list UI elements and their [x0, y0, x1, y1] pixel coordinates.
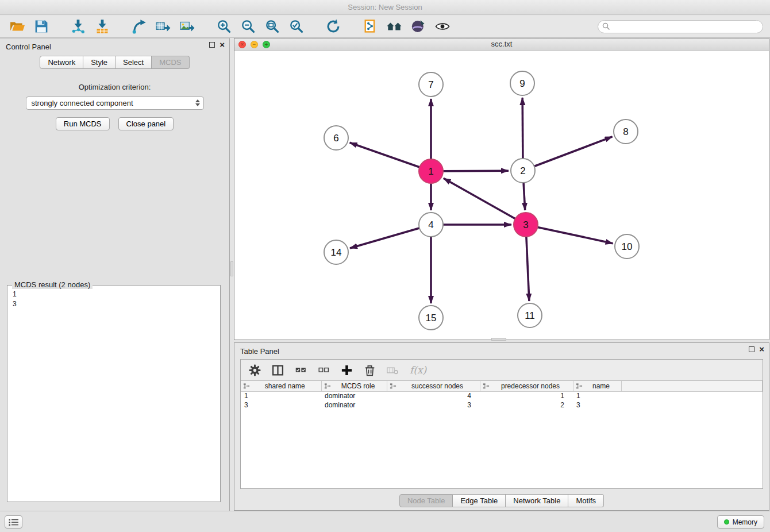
- criterion-dropdown[interactable]: strongly connected component: [26, 97, 204, 110]
- network-window-titlebar: × − + scc.txt: [234, 38, 769, 51]
- toolbar-separator: [116, 26, 125, 27]
- graph-edge-3-1[interactable]: [444, 178, 515, 218]
- column-header-MCDS-role[interactable]: MCDS role: [321, 381, 387, 391]
- gear-icon: [249, 364, 261, 376]
- refresh-layout-icon: [326, 19, 341, 34]
- graph-node-label: 8: [623, 126, 628, 137]
- mcds-result-title: MCDS result (2 nodes): [12, 280, 93, 289]
- zoom-out-button[interactable]: [238, 17, 259, 36]
- search-input[interactable]: [598, 20, 763, 33]
- tab-style[interactable]: Style: [83, 56, 116, 69]
- column-header-name[interactable]: name: [573, 381, 621, 391]
- graph-node-label: 4: [428, 219, 433, 230]
- copy-network-button[interactable]: [360, 17, 380, 36]
- table-cell-shared-name[interactable]: 1: [241, 391, 321, 400]
- select-all-button[interactable]: [295, 364, 307, 376]
- zoom-window-icon[interactable]: +: [263, 41, 270, 48]
- task-history-button[interactable]: [5, 515, 22, 529]
- tab-network[interactable]: Network: [40, 56, 83, 69]
- table-tab-edge-table[interactable]: Edge Table: [453, 494, 506, 507]
- home-icon: [387, 19, 402, 34]
- horizontal-splitter-handle[interactable]: [491, 338, 506, 341]
- table-cell-name[interactable]: 3: [573, 400, 621, 410]
- export-table-icon: [156, 19, 171, 34]
- column-layout-button[interactable]: [272, 364, 284, 376]
- control-panel-title: Control Panel: [6, 43, 51, 51]
- table-cell-MCDS-role[interactable]: dominator: [321, 391, 387, 400]
- table-cell-predecessor-nodes[interactable]: 1: [480, 391, 573, 400]
- graph-edge-2-3[interactable]: [523, 183, 525, 210]
- column-layout-icon: [272, 364, 284, 376]
- tab-select[interactable]: Select: [116, 56, 152, 69]
- table-tab-motifs[interactable]: Motifs: [568, 494, 604, 507]
- zoom-selected-button[interactable]: [286, 17, 307, 36]
- zoom-fit-button[interactable]: [262, 17, 283, 36]
- table-cell-shared-name[interactable]: 3: [241, 400, 321, 410]
- eye-icon: [435, 19, 450, 34]
- graph-node-label: 15: [426, 313, 437, 323]
- close-panel-button[interactable]: Close panel: [118, 117, 174, 130]
- float-table-panel-icon[interactable]: [749, 346, 754, 352]
- tab-mcds[interactable]: MCDS: [152, 56, 189, 69]
- close-window-icon[interactable]: ×: [238, 41, 246, 48]
- table-row[interactable]: 1dominator411: [241, 391, 763, 400]
- mcds-result-list: 13: [7, 286, 220, 313]
- eye-button[interactable]: [432, 17, 453, 36]
- node-table: shared nameMCDS rolesuccessor nodesprede…: [241, 381, 763, 410]
- vertical-splitter-handle[interactable]: [230, 261, 233, 276]
- table-cell-name[interactable]: 1: [573, 391, 621, 400]
- close-table-panel-icon[interactable]: ×: [759, 346, 764, 352]
- column-header-label: shared name: [265, 382, 305, 390]
- add-column-button[interactable]: [341, 364, 353, 376]
- memory-status-icon: [724, 519, 729, 525]
- graph-edge-1-2[interactable]: [443, 171, 509, 171]
- column-header-predecessor-nodes[interactable]: predecessor nodes: [480, 381, 573, 391]
- delete-column-button[interactable]: [387, 364, 399, 376]
- export-image-button[interactable]: [177, 17, 198, 36]
- graph-edge-4-14[interactable]: [350, 228, 419, 248]
- graph-node-label: 7: [428, 79, 433, 90]
- trash-button[interactable]: [364, 364, 376, 376]
- export-table-button[interactable]: [153, 17, 174, 36]
- mcds-result-line: 1: [13, 290, 215, 299]
- graph-edge-1-6[interactable]: [350, 142, 420, 167]
- main-toolbar-items: [7, 17, 453, 36]
- style-button[interactable]: [408, 17, 429, 36]
- run-mcds-button[interactable]: Run MCDS: [56, 117, 110, 130]
- save-session-button[interactable]: [31, 17, 52, 36]
- deselect-all-button[interactable]: [318, 364, 330, 376]
- import-network-icon: [71, 19, 86, 34]
- refresh-layout-button[interactable]: [323, 17, 344, 36]
- delete-column-icon: [387, 364, 399, 376]
- graph-edge-2-8[interactable]: [534, 137, 613, 167]
- gear-button[interactable]: [249, 364, 261, 376]
- home-button[interactable]: [384, 17, 405, 36]
- table-tab-node-table[interactable]: Node Table: [399, 494, 453, 507]
- float-panel-icon[interactable]: [209, 42, 215, 48]
- import-network-button[interactable]: [68, 17, 88, 36]
- column-header-successor-nodes[interactable]: successor nodes: [387, 381, 480, 391]
- table-cell-successor-nodes[interactable]: 4: [387, 391, 480, 400]
- export-image-icon: [180, 19, 195, 34]
- search-box: [598, 20, 763, 33]
- graph-node-label: 11: [525, 310, 535, 321]
- network-canvas[interactable]: 7968124310141511: [234, 51, 769, 340]
- open-session-button[interactable]: [7, 17, 28, 36]
- column-header-shared-name[interactable]: shared name: [241, 381, 321, 391]
- table-cell-successor-nodes[interactable]: 3: [387, 400, 480, 410]
- minimize-window-icon[interactable]: −: [251, 41, 258, 48]
- close-panel-icon[interactable]: ×: [220, 42, 225, 48]
- table-tab-network-table[interactable]: Network Table: [506, 494, 568, 507]
- memory-button[interactable]: Memory: [717, 515, 764, 529]
- import-table-button[interactable]: [92, 17, 113, 36]
- table-cell-predecessor-nodes[interactable]: 2: [480, 400, 573, 410]
- graph-edge-3-10[interactable]: [538, 227, 613, 243]
- graph-edge-3-11[interactable]: [526, 237, 529, 301]
- zoom-in-button[interactable]: [214, 17, 234, 36]
- table-row[interactable]: 3dominator323: [241, 400, 763, 410]
- export-network-button[interactable]: [129, 17, 149, 36]
- network-graph[interactable]: 7968124310141511: [234, 51, 769, 340]
- function-builder-button[interactable]: f(x): [410, 364, 426, 376]
- graph-edge-2-9[interactable]: [522, 98, 523, 159]
- table-cell-MCDS-role[interactable]: dominator: [321, 400, 387, 410]
